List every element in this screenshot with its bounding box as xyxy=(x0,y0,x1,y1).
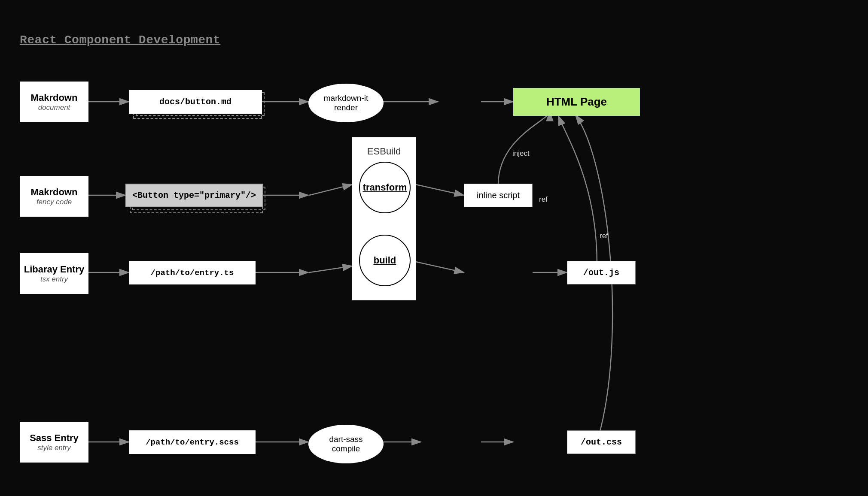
ref-annotation-2: ref xyxy=(600,232,608,240)
out-js-label: /out.js xyxy=(583,268,619,278)
inline-script-node: inline script xyxy=(464,184,533,207)
entry-scss-label: /path/to/entry.scss xyxy=(146,438,239,447)
entry-ts-node: /path/to/entry.ts xyxy=(129,261,256,284)
esbuild-label: ESBuild xyxy=(353,146,415,157)
diagram-arrows xyxy=(0,0,868,496)
markdown-render-label: render xyxy=(334,103,358,112)
markdown-doc-node: Makrdown document xyxy=(20,82,88,122)
library-entry-node: Libaray Entry tsx entry xyxy=(20,253,88,294)
ref-annotation-1: ref xyxy=(539,195,548,204)
inject-annotation: inject xyxy=(512,149,530,158)
transform-circle: transform xyxy=(359,162,411,213)
markdown-doc-label-sub: document xyxy=(38,103,70,112)
svg-line-11 xyxy=(309,266,352,272)
html-page-label: HTML Page xyxy=(546,95,607,109)
page-title: React Component Development xyxy=(20,33,220,47)
svg-line-8 xyxy=(309,184,352,195)
dart-sass-node: dart-sass compile xyxy=(308,425,384,463)
out-css-node: /out.css xyxy=(567,430,636,454)
markdown-fency-node: Makrdown fency code xyxy=(20,176,88,217)
sass-entry-label-sub: style entry xyxy=(37,444,70,452)
entry-ts-label: /path/to/entry.ts xyxy=(151,268,234,278)
svg-line-17 xyxy=(416,262,464,272)
sass-entry-node: Sass Entry style entry xyxy=(20,422,88,463)
markdown-fency-label-main: Makrdown xyxy=(31,187,78,198)
markdown-it-label: markdown-it xyxy=(324,94,368,103)
library-entry-label-sub: tsx entry xyxy=(40,275,68,284)
library-entry-label-main: Libaray Entry xyxy=(24,264,85,275)
out-js-node: /out.js xyxy=(567,261,636,284)
fency-code-node: <Button type="primary"/> xyxy=(125,184,263,207)
sass-entry-label-main: Sass Entry xyxy=(30,432,79,444)
dart-compile-label: compile xyxy=(332,444,360,454)
dart-sass-label: dart-sass xyxy=(329,435,362,444)
docs-button-label: docs/button.md xyxy=(159,97,231,107)
fency-code-label: <Button type="primary"/> xyxy=(132,191,256,200)
html-page-node: HTML Page xyxy=(513,88,640,116)
markdown-fency-label-sub: fency code xyxy=(37,198,72,206)
docs-button-node: docs/button.md xyxy=(129,90,262,114)
inline-script-label: inline script xyxy=(477,191,520,200)
svg-line-16 xyxy=(416,184,464,195)
out-css-label: /out.css xyxy=(581,437,622,447)
entry-scss-node: /path/to/entry.scss xyxy=(129,430,256,454)
build-label: build xyxy=(374,255,396,266)
markdown-doc-label-main: Makrdown xyxy=(31,92,78,103)
esbuild-container: ESBuild transform build xyxy=(352,137,416,300)
markdown-it-node: markdown-it render xyxy=(308,84,384,122)
build-circle: build xyxy=(359,235,411,286)
transform-label: transform xyxy=(363,182,407,193)
